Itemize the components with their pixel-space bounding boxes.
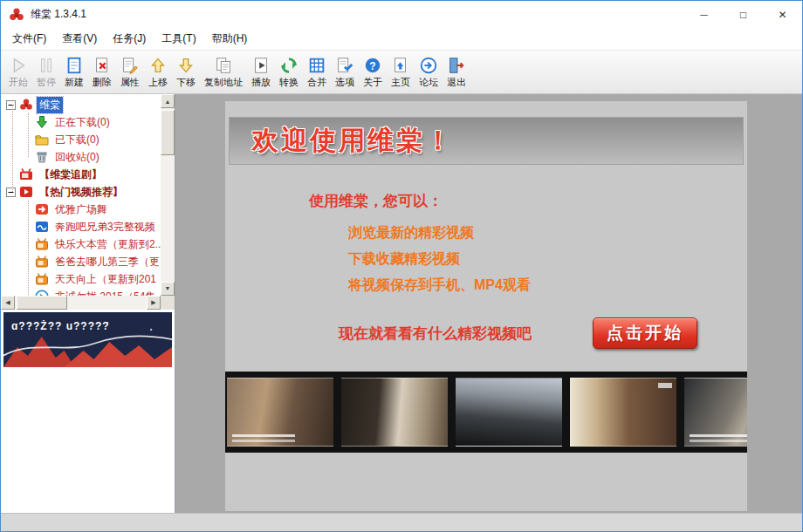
toolbar-button-pause[interactable]: 暂停 xyxy=(32,52,60,92)
toolbar-button-delete[interactable]: 删除 xyxy=(88,52,116,92)
toolbar-button-label: 删除 xyxy=(93,76,112,89)
toolbar-button-label: 论坛 xyxy=(419,76,438,89)
minimize-button[interactable]: ─ xyxy=(684,1,724,28)
titlebar[interactable]: 维棠 1.3.4.1 ─ □ ✕ xyxy=(1,1,802,28)
merge-icon xyxy=(307,56,326,75)
toolbar-button-merge[interactable]: 合并 xyxy=(303,52,331,92)
scroll-up-icon[interactable]: ▲ xyxy=(161,94,175,108)
tree-item-label: 快乐大本营（更新到2... xyxy=(52,236,161,253)
toolbar-button-forum[interactable]: 论坛 xyxy=(415,52,443,92)
app-logo-icon xyxy=(9,7,24,23)
scroll-right-icon[interactable]: ▶ xyxy=(147,296,161,310)
filmstrip xyxy=(225,372,747,453)
tv-icon xyxy=(35,237,49,251)
tree-item-label: 正在下载(0) xyxy=(52,114,113,131)
scroll-down-icon[interactable]: ▼ xyxy=(161,282,175,296)
menu-item-file[interactable]: 文件(F) xyxy=(4,29,54,49)
hscroll-track[interactable] xyxy=(15,296,147,310)
toolbar-button-options[interactable]: 选项 xyxy=(331,52,359,92)
window-body: 维棠正在下载(0)已下载(0)回收站(0)【维棠追剧】【热门视频推荐】优雅广场舞… xyxy=(1,94,802,513)
tree-item-recycle-bin[interactable]: 回收站(0) xyxy=(1,148,161,166)
tree-item-label: 奔跑吧兄弟3完整视频 xyxy=(52,219,158,235)
forum-icon xyxy=(419,56,438,75)
start-now-button[interactable]: 点击开始 xyxy=(593,317,697,349)
sidebar: 维棠正在下载(0)已下载(0)回收站(0)【维棠追剧】【热门视频推荐】优雅广场舞… xyxy=(1,94,175,513)
toolbar-button-start[interactable]: 开始 xyxy=(4,52,32,92)
tree-item-dad-where-season3[interactable]: 爸爸去哪儿第三季（更 xyxy=(1,253,161,270)
move-up-icon xyxy=(148,56,168,75)
video-thumbnail-2[interactable] xyxy=(341,378,448,447)
video-thumbnail-5[interactable] xyxy=(684,378,747,447)
tree-item-label: 优雅广场舞 xyxy=(52,201,110,218)
toolbar-button-label: 主页 xyxy=(391,76,410,89)
tree-item-label: 【维棠追剧】 xyxy=(37,167,105,183)
menu-item-tools[interactable]: 工具(T) xyxy=(154,29,203,49)
homepage-icon xyxy=(391,56,410,75)
tree-item-downloading[interactable]: 正在下载(0) xyxy=(1,113,161,131)
downloading-icon xyxy=(35,115,49,129)
welcome-banner: 欢迎使用维棠！ xyxy=(229,117,744,165)
tree-connector-line xyxy=(28,201,29,296)
weitang-logo-icon xyxy=(19,98,33,112)
video-thumbnail-3[interactable] xyxy=(456,378,562,447)
start-icon xyxy=(9,56,28,75)
toolbar-button-about[interactable]: ?关于 xyxy=(359,52,387,92)
menu-item-help[interactable]: 帮助(H) xyxy=(204,29,256,49)
maximize-button[interactable]: □ xyxy=(724,1,763,28)
sidebar-tree: 维棠正在下载(0)已下载(0)回收站(0)【维棠追剧】【热门视频推荐】优雅广场舞… xyxy=(1,94,161,296)
tree-item-downloaded[interactable]: 已下载(0) xyxy=(1,131,161,148)
options-icon xyxy=(335,56,354,75)
toolbar-button-copy-url[interactable]: 复制地址 xyxy=(200,52,247,92)
tree-item-weitang-root[interactable]: 维棠 xyxy=(1,96,161,113)
toolbar-button-label: 播放 xyxy=(251,76,271,89)
promo-banner[interactable]: ɑ???Ż?? u????? xyxy=(3,312,172,367)
cta-text: 现在就看看有什么精彩视频吧 xyxy=(339,324,532,344)
tree-collapse-icon[interactable] xyxy=(6,100,16,110)
scrollbar-corner xyxy=(161,296,175,310)
toolbar-button-play[interactable]: 播放 xyxy=(247,52,275,92)
toolbar-button-label: 关于 xyxy=(363,76,382,89)
tree-item-label: 回收站(0) xyxy=(52,149,102,166)
video-thumbnail-4[interactable] xyxy=(570,378,676,447)
tree-item-square-dance[interactable]: 优雅广场舞 xyxy=(1,201,161,218)
toolbar-button-move-down[interactable]: 下移 xyxy=(172,52,200,92)
toolbar-button-exit[interactable]: 退出 xyxy=(443,52,470,92)
menu-item-task[interactable]: 任务(J) xyxy=(105,29,154,49)
toolbar-button-new[interactable]: 新建 xyxy=(60,52,88,92)
sidebar-vertical-scrollbar[interactable]: ▲ ▼ xyxy=(161,94,175,296)
tree-item-running-brothers3[interactable]: 奔跑吧兄弟3完整视频 xyxy=(1,218,161,235)
hscroll-thumb[interactable] xyxy=(17,296,67,310)
tree-item-label: 爸爸去哪儿第三季（更 xyxy=(52,254,161,270)
tree-collapse-icon[interactable] xyxy=(6,188,16,197)
toolbar-button-properties[interactable]: 属性 xyxy=(116,52,144,92)
convert-icon xyxy=(279,56,299,75)
toolbar-button-convert[interactable]: 转换 xyxy=(275,52,303,92)
video-thumbnail-1[interactable] xyxy=(227,378,333,447)
toolbar-button-label: 合并 xyxy=(307,76,326,89)
feature-item: 将视频保存到手机、MP4观看 xyxy=(348,272,747,298)
toolbar-button-homepage[interactable]: 主页 xyxy=(387,52,415,92)
tv-icon xyxy=(35,272,49,286)
tree-item-day-day-up[interactable]: 天天向上（更新到201 xyxy=(1,270,161,288)
tree-item-happy-camp[interactable]: 快乐大本营（更新到2... xyxy=(1,235,161,253)
vscroll-thumb[interactable] xyxy=(161,110,175,155)
toolbar-button-move-up[interactable]: 上移 xyxy=(144,52,172,92)
window-controls: ─ □ ✕ xyxy=(684,1,802,28)
hot-video-icon xyxy=(19,185,33,199)
tree-item-label: 【热门视频推荐】 xyxy=(37,184,126,201)
scroll-left-icon[interactable]: ◀ xyxy=(1,296,15,310)
tree-item-label: 非诚勿扰 2015（54集 xyxy=(52,289,158,296)
tree-item-hot-videos[interactable]: 【热门视频推荐】 xyxy=(1,183,161,201)
hscroll-row: ◀ ▶ xyxy=(1,296,175,310)
close-button[interactable]: ✕ xyxy=(763,1,802,28)
window-title: 维棠 1.3.4.1 xyxy=(31,7,86,22)
sidebar-horizontal-scrollbar[interactable]: ◀ ▶ xyxy=(1,296,161,310)
vscroll-track[interactable] xyxy=(161,108,175,282)
toolbar-button-label: 新建 xyxy=(65,76,84,89)
wave-icon xyxy=(35,220,49,234)
exit-icon xyxy=(447,56,466,75)
tree-item-weitang-drama[interactable]: 【维棠追剧】 xyxy=(1,166,161,183)
tree-item-feichengwurao[interactable]: 非诚勿扰 2015（54集 xyxy=(1,288,161,296)
menu-item-view[interactable]: 查看(V) xyxy=(54,29,105,49)
toolbar-button-label: 退出 xyxy=(447,76,466,89)
